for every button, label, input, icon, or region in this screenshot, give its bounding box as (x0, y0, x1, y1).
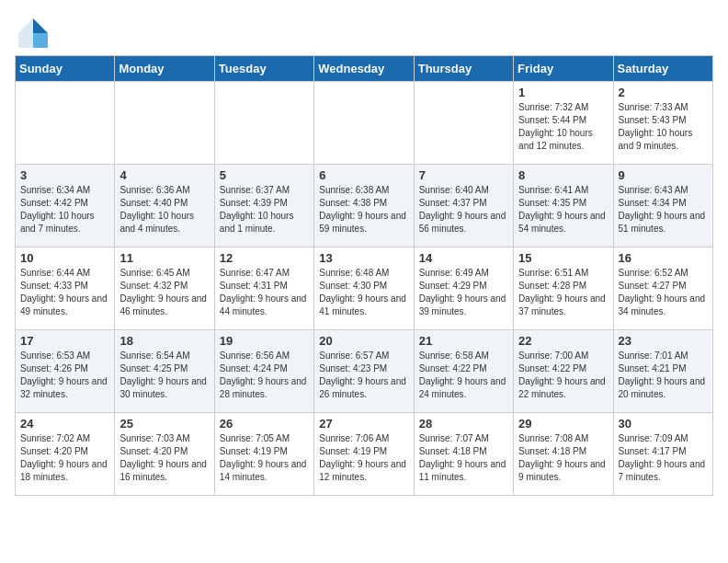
day-number: 29 (518, 417, 608, 431)
day-info: Sunrise: 6:52 AM Sunset: 4:27 PM Dayligh… (619, 267, 708, 318)
logo-icon (15, 15, 48, 48)
day-info: Sunrise: 6:48 AM Sunset: 4:30 PM Dayligh… (319, 267, 408, 318)
day-info: Sunrise: 7:07 AM Sunset: 4:18 PM Dayligh… (419, 432, 508, 484)
day-cell: 24Sunrise: 7:02 AM Sunset: 4:20 PM Dayli… (16, 413, 115, 496)
day-info: Sunrise: 7:05 AM Sunset: 4:19 PM Dayligh… (220, 432, 309, 484)
day-number: 26 (220, 417, 309, 431)
day-info: Sunrise: 7:03 AM Sunset: 4:20 PM Dayligh… (119, 432, 209, 484)
day-info: Sunrise: 6:38 AM Sunset: 4:38 PM Dayligh… (319, 184, 408, 236)
day-number: 18 (119, 334, 209, 348)
day-cell: 17Sunrise: 6:53 AM Sunset: 4:26 PM Dayli… (16, 330, 115, 413)
day-info: Sunrise: 6:45 AM Sunset: 4:32 PM Dayligh… (119, 267, 209, 318)
day-cell: 15Sunrise: 6:51 AM Sunset: 4:28 PM Dayli… (514, 247, 613, 330)
weekday-header-thursday: Thursday (414, 56, 513, 82)
calendar-body: 1Sunrise: 7:32 AM Sunset: 5:44 PM Daylig… (16, 82, 713, 496)
week-row-1: 1Sunrise: 7:32 AM Sunset: 5:44 PM Daylig… (16, 82, 713, 165)
day-cell: 27Sunrise: 7:06 AM Sunset: 4:19 PM Dayli… (314, 413, 414, 496)
day-number: 3 (20, 168, 109, 182)
day-info: Sunrise: 6:58 AM Sunset: 4:22 PM Dayligh… (419, 350, 508, 401)
day-cell: 3Sunrise: 6:34 AM Sunset: 4:42 PM Daylig… (16, 165, 115, 247)
day-number: 20 (319, 334, 408, 348)
day-info: Sunrise: 6:49 AM Sunset: 4:29 PM Dayligh… (419, 267, 508, 318)
day-cell: 28Sunrise: 7:07 AM Sunset: 4:18 PM Dayli… (414, 413, 513, 496)
weekday-header-friday: Friday (514, 56, 613, 82)
calendar-header: SundayMondayTuesdayWednesdayThursdayFrid… (16, 56, 713, 82)
calendar: SundayMondayTuesdayWednesdayThursdayFrid… (15, 55, 713, 496)
day-info: Sunrise: 7:32 AM Sunset: 5:44 PM Dayligh… (518, 101, 608, 153)
day-info: Sunrise: 7:09 AM Sunset: 4:17 PM Dayligh… (619, 432, 708, 484)
day-cell: 9Sunrise: 6:43 AM Sunset: 4:34 PM Daylig… (613, 165, 712, 247)
day-cell: 18Sunrise: 6:54 AM Sunset: 4:25 PM Dayli… (115, 330, 214, 413)
day-info: Sunrise: 6:54 AM Sunset: 4:25 PM Dayligh… (119, 350, 209, 401)
day-number: 4 (119, 168, 209, 182)
day-info: Sunrise: 7:06 AM Sunset: 4:19 PM Dayligh… (319, 432, 408, 484)
day-number: 15 (518, 251, 608, 265)
day-info: Sunrise: 6:51 AM Sunset: 4:28 PM Dayligh… (518, 267, 608, 318)
day-info: Sunrise: 7:02 AM Sunset: 4:20 PM Dayligh… (20, 432, 109, 484)
day-cell: 19Sunrise: 6:56 AM Sunset: 4:24 PM Dayli… (214, 330, 313, 413)
day-number: 17 (20, 334, 109, 348)
day-number: 6 (319, 168, 408, 182)
day-cell: 23Sunrise: 7:01 AM Sunset: 4:21 PM Dayli… (613, 330, 712, 413)
day-cell: 16Sunrise: 6:52 AM Sunset: 4:27 PM Dayli… (613, 247, 712, 330)
day-cell: 8Sunrise: 6:41 AM Sunset: 4:35 PM Daylig… (514, 165, 613, 247)
day-cell: 29Sunrise: 7:08 AM Sunset: 4:18 PM Dayli… (514, 413, 613, 496)
day-info: Sunrise: 6:37 AM Sunset: 4:39 PM Dayligh… (220, 184, 309, 236)
day-number: 27 (319, 417, 408, 431)
weekday-header-monday: Monday (115, 56, 214, 82)
day-info: Sunrise: 7:08 AM Sunset: 4:18 PM Dayligh… (518, 432, 608, 484)
day-number: 10 (20, 251, 109, 265)
day-info: Sunrise: 6:56 AM Sunset: 4:24 PM Dayligh… (220, 350, 309, 401)
weekday-header-saturday: Saturday (613, 56, 712, 82)
weekday-header-wednesday: Wednesday (314, 56, 414, 82)
day-info: Sunrise: 6:43 AM Sunset: 4:34 PM Dayligh… (619, 184, 708, 236)
day-number: 5 (220, 168, 309, 182)
day-cell (16, 82, 115, 165)
day-cell: 10Sunrise: 6:44 AM Sunset: 4:33 PM Dayli… (16, 247, 115, 330)
day-number: 22 (518, 334, 608, 348)
day-info: Sunrise: 6:36 AM Sunset: 4:40 PM Dayligh… (119, 184, 209, 236)
day-number: 7 (419, 168, 508, 182)
day-cell: 14Sunrise: 6:49 AM Sunset: 4:29 PM Dayli… (414, 247, 513, 330)
day-info: Sunrise: 6:57 AM Sunset: 4:23 PM Dayligh… (319, 350, 408, 401)
day-number: 28 (419, 417, 508, 431)
day-cell (115, 82, 214, 165)
day-number: 1 (518, 86, 608, 99)
day-info: Sunrise: 6:44 AM Sunset: 4:33 PM Dayligh… (20, 267, 109, 318)
day-cell: 22Sunrise: 7:00 AM Sunset: 4:22 PM Dayli… (514, 330, 613, 413)
day-info: Sunrise: 6:47 AM Sunset: 4:31 PM Dayligh… (220, 267, 309, 318)
day-number: 11 (119, 251, 209, 265)
day-cell (414, 82, 513, 165)
day-cell (314, 82, 414, 165)
day-number: 30 (619, 417, 708, 431)
day-number: 2 (619, 86, 708, 99)
day-cell: 11Sunrise: 6:45 AM Sunset: 4:32 PM Dayli… (115, 247, 214, 330)
day-number: 25 (119, 417, 209, 431)
day-info: Sunrise: 6:41 AM Sunset: 4:35 PM Dayligh… (518, 184, 608, 236)
day-cell: 21Sunrise: 6:58 AM Sunset: 4:22 PM Dayli… (414, 330, 513, 413)
page-header (15, 15, 713, 48)
day-info: Sunrise: 6:53 AM Sunset: 4:26 PM Dayligh… (20, 350, 109, 401)
day-cell: 25Sunrise: 7:03 AM Sunset: 4:20 PM Dayli… (115, 413, 214, 496)
day-cell: 2Sunrise: 7:33 AM Sunset: 5:43 PM Daylig… (613, 82, 712, 165)
weekday-header-sunday: Sunday (16, 56, 115, 82)
day-number: 13 (319, 251, 408, 265)
week-row-3: 10Sunrise: 6:44 AM Sunset: 4:33 PM Dayli… (16, 247, 713, 330)
day-cell: 26Sunrise: 7:05 AM Sunset: 4:19 PM Dayli… (214, 413, 313, 496)
day-cell: 12Sunrise: 6:47 AM Sunset: 4:31 PM Dayli… (214, 247, 313, 330)
day-info: Sunrise: 6:40 AM Sunset: 4:37 PM Dayligh… (419, 184, 508, 236)
day-cell: 13Sunrise: 6:48 AM Sunset: 4:30 PM Dayli… (314, 247, 414, 330)
day-cell: 20Sunrise: 6:57 AM Sunset: 4:23 PM Dayli… (314, 330, 414, 413)
day-number: 12 (220, 251, 309, 265)
day-cell: 5Sunrise: 6:37 AM Sunset: 4:39 PM Daylig… (214, 165, 313, 247)
day-info: Sunrise: 7:01 AM Sunset: 4:21 PM Dayligh… (619, 350, 708, 401)
weekday-header-tuesday: Tuesday (214, 56, 313, 82)
day-cell: 7Sunrise: 6:40 AM Sunset: 4:37 PM Daylig… (414, 165, 513, 247)
day-number: 9 (619, 168, 708, 182)
week-row-5: 24Sunrise: 7:02 AM Sunset: 4:20 PM Dayli… (16, 413, 713, 496)
day-number: 8 (518, 168, 608, 182)
weekday-row: SundayMondayTuesdayWednesdayThursdayFrid… (16, 56, 713, 82)
day-cell: 6Sunrise: 6:38 AM Sunset: 4:38 PM Daylig… (314, 165, 414, 247)
logo (15, 15, 51, 48)
day-cell: 4Sunrise: 6:36 AM Sunset: 4:40 PM Daylig… (115, 165, 214, 247)
